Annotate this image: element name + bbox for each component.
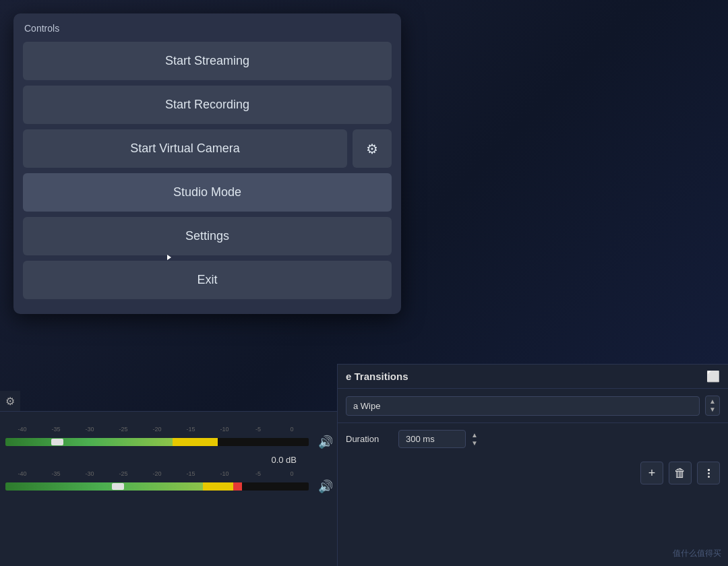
gear-icon: ⚙ xyxy=(366,141,378,157)
controls-panel: Controls Start Streaming Start Recording… xyxy=(13,13,401,314)
meter-thumb-2[interactable] xyxy=(112,483,124,490)
plus-icon: + xyxy=(648,466,656,480)
panel-header: e Transitions ⬜ xyxy=(338,365,728,389)
start-streaming-button[interactable]: Start Streaming xyxy=(23,42,392,80)
meter-bar-2 xyxy=(5,482,309,491)
meter-track-2 xyxy=(5,482,309,491)
duration-up-icon: ▲ xyxy=(471,432,478,439)
duration-label: Duration xyxy=(346,434,393,444)
meter-thumb-1[interactable] xyxy=(51,439,63,445)
scale-row-2: -40 -35 -30 -25 -20 -15 -10 -5 0 xyxy=(5,470,309,477)
actions-row: + 🗑 xyxy=(338,455,728,491)
arrow-up-icon: ▲ xyxy=(709,398,716,406)
transition-select-row: a Wipe Cut Fade Swipe Slide Stinger Fade… xyxy=(338,389,728,423)
studio-mode-button[interactable]: Studio Mode xyxy=(23,173,392,212)
more-options-button[interactable] xyxy=(697,462,720,484)
trash-icon: 🗑 xyxy=(674,466,686,480)
duration-input[interactable] xyxy=(398,430,466,448)
settings-button[interactable]: Settings xyxy=(23,217,392,255)
duration-row: Duration ▲ ▼ xyxy=(338,423,728,455)
meter-fill-green-1 xyxy=(5,438,173,446)
start-recording-button[interactable]: Start Recording xyxy=(23,86,392,124)
meter-fill-red-2 xyxy=(233,482,243,491)
select-arrows[interactable]: ▲ ▼ xyxy=(705,396,720,416)
duration-arrows[interactable]: ▲ ▼ xyxy=(471,432,478,447)
add-transition-button[interactable]: + xyxy=(640,462,663,484)
gear-icon: ⚙ xyxy=(5,395,15,408)
transitions-title: e Transitions xyxy=(346,371,408,382)
meter-fill-yellow-1 xyxy=(173,438,218,446)
transitions-panel: e Transitions ⬜ a Wipe Cut Fade Swipe Sl… xyxy=(337,364,728,566)
left-gear-button[interactable]: ⚙ xyxy=(0,391,20,411)
virtual-camera-row: Start Virtual Camera ⚙ xyxy=(23,129,392,168)
audio-section: -40 -35 -30 -25 -20 -15 -10 -5 0 🔊 xyxy=(0,418,337,566)
start-virtual-camera-button[interactable]: Start Virtual Camera xyxy=(23,129,347,168)
volume-icon-1[interactable]: 🔊 xyxy=(318,435,333,449)
dots-icon xyxy=(708,469,710,478)
meter-fill-green-2 xyxy=(5,482,203,491)
volume-icon-2[interactable]: 🔊 xyxy=(318,479,333,494)
watermark: 值什么值得买 xyxy=(673,548,721,559)
meter-bar-1 xyxy=(5,438,309,446)
db-label: 0.0 dB xyxy=(0,455,337,465)
maximize-icon[interactable]: ⬜ xyxy=(706,370,720,383)
transition-select[interactable]: a Wipe Cut Fade Swipe Slide Stinger Fade… xyxy=(346,396,700,416)
arrow-down-icon: ▼ xyxy=(709,406,716,414)
exit-button[interactable]: Exit xyxy=(23,261,392,299)
virtual-camera-gear-button[interactable]: ⚙ xyxy=(353,129,392,168)
bottom-area: ⚙ -40 -35 -30 -25 -20 -15 -10 -5 0 xyxy=(0,411,728,566)
controls-title: Controls xyxy=(23,23,392,34)
duration-down-icon: ▼ xyxy=(471,440,478,447)
scale-row-1: -40 -35 -30 -25 -20 -15 -10 -5 0 xyxy=(5,426,309,433)
delete-transition-button[interactable]: 🗑 xyxy=(669,462,692,484)
meter-fill-yellow-2 xyxy=(203,482,233,491)
